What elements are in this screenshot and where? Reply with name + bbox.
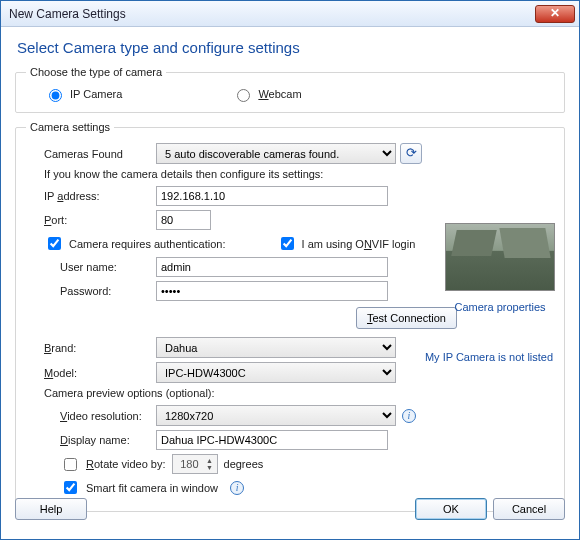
cancel-button[interactable]: Cancel — [493, 498, 565, 520]
page-heading: Select Camera type and configure setting… — [17, 39, 565, 56]
rotate-label: Rotate video by: — [86, 458, 166, 470]
ip-address-label: IP address: — [26, 190, 156, 202]
radio-ip-camera-input[interactable] — [49, 89, 62, 102]
auth-checkbox[interactable] — [48, 237, 61, 250]
refresh-button[interactable]: ⟳ — [400, 143, 422, 164]
model-label: Model: — [26, 367, 156, 379]
password-input[interactable] — [156, 281, 388, 301]
rotate-value-input[interactable] — [173, 455, 203, 473]
radio-webcam-input[interactable] — [237, 89, 250, 102]
not-listed-link[interactable]: My IP Camera is not listed — [423, 351, 555, 363]
spinner-arrows-icon[interactable]: ▲▼ — [203, 457, 217, 471]
camera-type-legend: Choose the type of camera — [26, 66, 166, 78]
password-label: Password: — [26, 285, 156, 297]
ok-button[interactable]: OK — [415, 498, 487, 520]
cameras-found-label: Cameras Found — [26, 148, 156, 160]
display-name-label: Display name: — [26, 434, 156, 446]
info-icon-2[interactable]: i — [230, 481, 244, 495]
model-select[interactable]: IPC-HDW4300C — [156, 362, 396, 383]
rotate-suffix: degrees — [224, 458, 264, 470]
config-hint: If you know the camera details then conf… — [26, 168, 554, 180]
rotate-checkbox[interactable] — [64, 458, 77, 471]
test-connection-button[interactable]: Test Connection — [356, 307, 457, 329]
username-input[interactable] — [156, 257, 388, 277]
radio-webcam[interactable]: Webcam — [232, 86, 301, 102]
onvif-checkbox[interactable] — [281, 237, 294, 250]
radio-webcam-label: Webcam — [258, 88, 301, 100]
port-label: Port: — [26, 214, 156, 226]
cameras-found-select[interactable]: 5 auto discoverable cameras found. — [156, 143, 396, 164]
ip-address-input[interactable] — [156, 186, 388, 206]
camera-properties-link[interactable]: Camera properties — [445, 301, 555, 313]
onvif-label: I am using ONVIF login — [302, 238, 416, 250]
display-name-input[interactable] — [156, 430, 388, 450]
port-input[interactable] — [156, 210, 211, 230]
preview-heading: Camera preview options (optional): — [26, 387, 554, 399]
close-button[interactable]: ✕ — [535, 5, 575, 23]
title-bar: New Camera Settings ✕ — [1, 1, 579, 27]
help-button[interactable]: Help — [15, 498, 87, 520]
info-icon[interactable]: i — [402, 409, 416, 423]
username-label: User name: — [26, 261, 156, 273]
brand-label: Brand: — [26, 342, 156, 354]
radio-ip-camera[interactable]: IP Camera — [44, 86, 122, 102]
video-res-select[interactable]: 1280x720 — [156, 405, 396, 426]
window-title: New Camera Settings — [9, 7, 126, 21]
camera-settings-legend: Camera settings — [26, 121, 114, 133]
video-res-label: Video resolution: — [26, 410, 156, 422]
rotate-spinner[interactable]: ▲▼ — [172, 454, 218, 474]
smartfit-checkbox[interactable] — [64, 481, 77, 494]
auth-label: Camera requires authentication: — [69, 238, 226, 250]
refresh-icon: ⟳ — [406, 145, 417, 160]
camera-preview-thumbnail — [445, 223, 555, 291]
brand-select[interactable]: Dahua — [156, 337, 396, 358]
camera-type-group: Choose the type of camera IP Camera Webc… — [15, 66, 565, 113]
smartfit-label: Smart fit camera in window — [86, 482, 218, 494]
